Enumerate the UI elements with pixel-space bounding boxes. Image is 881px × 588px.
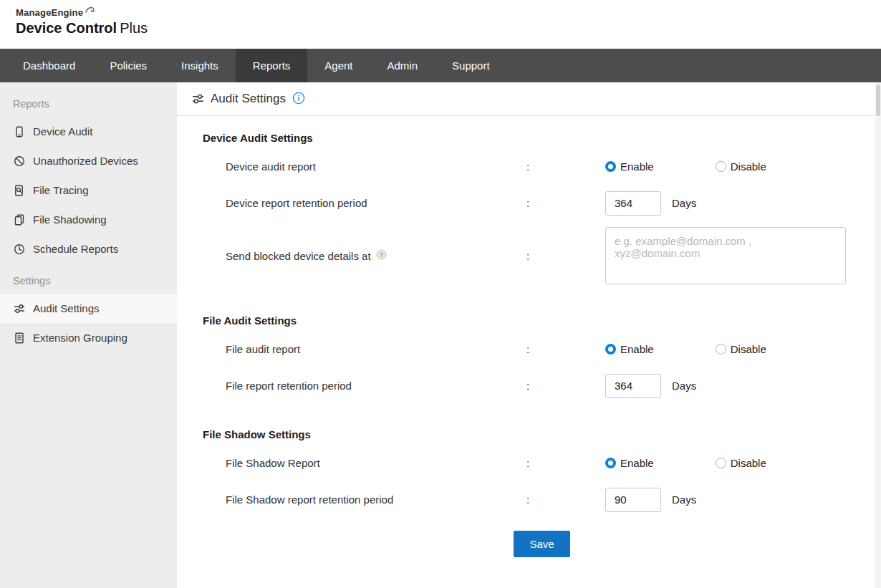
device-audit-enable-radio[interactable]: Enable (605, 160, 654, 173)
file-audit-enable-radio[interactable]: Enable (605, 343, 654, 355)
days-unit-label: Days (672, 197, 696, 209)
disable-label: Disable (731, 343, 766, 355)
device-audit-report-row: Device audit report : Enable Disable (203, 148, 881, 185)
field-label: File audit report (226, 343, 526, 355)
sidebar-item-label: Device Audit (33, 125, 92, 138)
nav-item-reports[interactable]: Reports (236, 49, 308, 82)
unauthorized-devices-icon (13, 155, 25, 167)
device-retention-control: Days (605, 191, 696, 216)
file-audit-disable-radio[interactable]: Disable (716, 343, 766, 355)
field-label-text: Device report retention period (226, 197, 367, 209)
audit-settings-icon (13, 302, 25, 314)
sidebar-item-schedule-reports[interactable]: Schedule Reports (0, 234, 177, 264)
field-label: File report retention period (226, 380, 526, 392)
sidebar-item-label: File Shadowing (33, 213, 107, 226)
colon: : (526, 380, 534, 392)
file-shadow-settings-section: File Shadow Settings File Shadow Report … (203, 428, 881, 518)
field-label-text: File report retention period (226, 380, 352, 392)
file-shadow-disable-radio[interactable]: Disable (716, 457, 766, 469)
field-label: Send blocked device details at ? (226, 249, 526, 262)
file-shadowing-icon (13, 213, 25, 226)
colon: : (526, 493, 534, 506)
sidebar-item-label: Unauthorized Devices (33, 155, 138, 167)
brand-logo: ManageEngine Device ControlPlus (16, 7, 881, 37)
field-label: Device report retention period (226, 197, 526, 209)
field-label-text: Device audit report (226, 160, 316, 173)
sidebar-item-audit-settings[interactable]: Audit Settings (0, 294, 177, 323)
section-heading: File Shadow Settings (203, 428, 881, 440)
file-shadow-report-row: File Shadow Report : Enable Disable (203, 445, 881, 481)
radio-unselected-icon (716, 344, 726, 355)
logo-swoosh-icon (85, 6, 96, 14)
device-audit-report-radio-group: Enable Disable (605, 160, 766, 173)
days-unit-label: Days (672, 493, 696, 506)
nav-item-admin[interactable]: Admin (370, 49, 435, 82)
file-shadow-retention-control: Days (605, 488, 696, 512)
sidebar-item-extension-grouping[interactable]: Extension Grouping (0, 323, 177, 352)
sidebar-section-reports: Reports (0, 87, 177, 117)
nav-item-dashboard[interactable]: Dashboard (6, 49, 92, 82)
field-label: File Shadow Report (226, 457, 526, 469)
colon: : (526, 343, 534, 355)
file-audit-settings-section: File Audit Settings File audit report : … (203, 314, 881, 404)
audit-settings-icon (192, 93, 204, 105)
field-label: File Shadow report retention period (226, 493, 526, 506)
enable-label: Enable (620, 160, 654, 173)
section-heading: File Audit Settings (203, 314, 881, 327)
sidebar-item-device-audit[interactable]: Device Audit (0, 117, 177, 146)
colon: : (526, 160, 534, 173)
radio-unselected-icon (716, 161, 726, 172)
radio-selected-icon (605, 161, 616, 172)
file-audit-report-radio-group: Enable Disable (605, 343, 766, 355)
disable-label: Disable (731, 160, 766, 173)
radio-selected-icon (605, 344, 616, 355)
extension-grouping-icon (13, 332, 25, 344)
manageengine-wordmark: ManageEngine (16, 7, 83, 18)
sidebar-item-unauthorized-devices[interactable]: Unauthorized Devices (0, 146, 177, 175)
field-label-text: File audit report (226, 343, 300, 355)
file-shadow-enable-radio[interactable]: Enable (605, 457, 654, 469)
sidebar-section-settings: Settings (0, 264, 177, 294)
help-icon[interactable]: ? (376, 249, 387, 262)
vertical-scrollbar[interactable] (875, 82, 881, 588)
sidebar: Reports Device Audit Unauthorized Device… (0, 82, 177, 588)
file-retention-input[interactable] (605, 374, 661, 398)
product-name: Device ControlPlus (16, 20, 881, 37)
device-audit-disable-radio[interactable]: Disable (716, 160, 766, 173)
nav-item-policies[interactable]: Policies (92, 49, 164, 82)
save-button-container: Save (203, 531, 881, 557)
save-button[interactable]: Save (514, 531, 569, 557)
file-shadow-retention-input[interactable] (605, 488, 661, 512)
sidebar-item-label: Extension Grouping (33, 332, 127, 344)
svg-text:?: ? (380, 251, 383, 259)
blocked-device-email-input[interactable] (605, 227, 846, 284)
info-icon[interactable] (292, 92, 305, 107)
page-title: Audit Settings (211, 92, 286, 106)
field-label-text: File Shadow Report (226, 457, 320, 469)
device-retention-input[interactable] (605, 191, 661, 216)
scrollbar-thumb[interactable] (876, 85, 880, 116)
colon: : (526, 197, 534, 209)
file-audit-report-row: File audit report : Enable Disable (203, 331, 881, 367)
file-retention-control: Days (605, 374, 696, 398)
colon: : (526, 457, 534, 469)
sidebar-item-file-shadowing[interactable]: File Shadowing (0, 205, 177, 234)
product-name-light: Plus (120, 20, 148, 36)
radio-selected-icon (605, 458, 616, 468)
blocked-device-details-row: Send blocked device details at ? : (203, 221, 881, 290)
field-label-text: File Shadow report retention period (226, 493, 393, 506)
sidebar-item-file-tracing[interactable]: File Tracing (0, 175, 177, 205)
days-unit-label: Days (672, 380, 696, 392)
nav-item-agent[interactable]: Agent (307, 49, 370, 82)
section-heading: Device Audit Settings (203, 132, 881, 144)
schedule-reports-icon (13, 243, 25, 255)
page-header: Audit Settings (177, 82, 881, 116)
nav-item-insights[interactable]: Insights (164, 49, 236, 82)
device-audit-icon (13, 125, 25, 138)
product-name-bold: Device Control (16, 20, 117, 36)
file-tracing-icon (13, 184, 25, 196)
sidebar-item-label: Schedule Reports (33, 243, 118, 255)
settings-form: Device Audit Settings Device audit repor… (177, 116, 881, 557)
colon: : (526, 250, 534, 262)
nav-item-support[interactable]: Support (435, 49, 507, 82)
